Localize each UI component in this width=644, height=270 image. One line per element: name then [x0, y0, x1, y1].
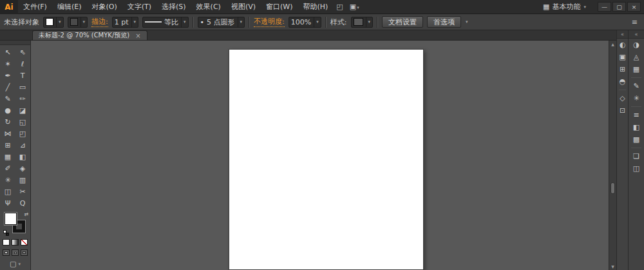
panel-color-guide-icon[interactable]: ◬	[629, 51, 644, 63]
panel-pathfinder-icon[interactable]: ◓	[617, 75, 628, 88]
preferences-button[interactable]: 首选项	[427, 16, 461, 28]
dock-collapse-button[interactable]: «	[629, 30, 644, 39]
panel-transparency-icon[interactable]: ▩	[629, 133, 644, 146]
scroll-down-icon[interactable]: ▼	[611, 264, 614, 269]
panel-gradient-icon[interactable]: ◧	[629, 121, 644, 133]
tools-panel: ↖ ⇖ ✶ ℓ ✒ T ╱ ▭ ✎ ✏ ● ◪ ↻ ◱ ⋈ ◰ ⊞	[0, 41, 31, 270]
none-button[interactable]	[21, 239, 28, 246]
free-transform-tool[interactable]: ◰	[15, 128, 30, 139]
scrollbar-thumb[interactable]	[611, 182, 615, 194]
close-button[interactable]: ×	[627, 2, 641, 12]
eyedropper-tool[interactable]: ✐	[1, 162, 15, 174]
bridge-icon[interactable]: ◰	[333, 3, 346, 11]
stroke-panel-link[interactable]: 描边:	[91, 17, 108, 27]
artboard-tool[interactable]: ◫	[1, 186, 15, 197]
line-segment-tool[interactable]: ╱	[1, 81, 15, 93]
menu-item-window[interactable]: 窗口(W)	[261, 0, 298, 14]
menu-item-file[interactable]: 文件(F)	[18, 0, 52, 14]
panel-graphic-styles-icon[interactable]: ▣	[617, 51, 628, 63]
fill-color-dropdown[interactable]: ▾	[43, 17, 64, 28]
draw-normal-button[interactable]	[3, 249, 10, 256]
paintbrush-tool[interactable]: ✎	[1, 93, 15, 104]
opacity-dropdown[interactable]: 100% ▾	[289, 17, 321, 28]
more-options-icon[interactable]: ▾	[466, 19, 468, 24]
column-graph-tool[interactable]: ▥	[15, 174, 30, 186]
perspective-grid-tool[interactable]: ⊿	[15, 139, 30, 151]
opacity-panel-link[interactable]: 不透明度:	[254, 17, 285, 27]
brush-definition-dropdown[interactable]: • 5 点圆形 ▾	[198, 17, 245, 28]
panel-align-icon[interactable]: ⊞	[617, 63, 628, 75]
restore-button[interactable]: ▢	[612, 2, 626, 12]
menu-item-edit[interactable]: 编辑(E)	[52, 0, 87, 14]
minimize-button[interactable]: —	[598, 2, 611, 12]
blob-brush-tool[interactable]: ●	[1, 104, 15, 116]
artboard[interactable]	[229, 49, 424, 270]
screen-mode-button[interactable]: ▢ ▾	[10, 260, 21, 268]
panel-brushes-icon[interactable]: ✎	[629, 80, 644, 92]
chevron-down-icon: ▾	[314, 17, 319, 27]
panel-appearance-icon[interactable]: ◐	[617, 39, 628, 51]
draw-behind-button[interactable]	[12, 249, 19, 256]
panel-symbols-icon[interactable]: ✳	[629, 92, 644, 104]
document-setup-button[interactable]: 文档设置	[382, 16, 423, 28]
hand-tool[interactable]: Ψ	[1, 197, 15, 209]
rotate-tool[interactable]: ↻	[1, 116, 15, 128]
eraser-tool[interactable]: ◪	[15, 104, 30, 116]
workspace-switcher[interactable]: ▦ 基本功能 ▾	[543, 2, 586, 12]
mesh-tool[interactable]: ▦	[1, 151, 15, 162]
color-button[interactable]	[3, 239, 10, 246]
pen-tool[interactable]: ✒	[1, 70, 15, 81]
menu-item-effect[interactable]: 效果(C)	[191, 0, 226, 14]
panel-stroke-icon[interactable]: ≡	[629, 109, 644, 121]
draw-inside-button[interactable]	[21, 249, 28, 256]
stroke-weight-dropdown[interactable]: 1 pt ▾	[112, 17, 138, 28]
width-tool[interactable]: ⋈	[1, 128, 15, 139]
panel-swatches-icon[interactable]: ▦	[629, 63, 644, 75]
workspace-icon: ▦	[543, 3, 549, 11]
gradient-tool[interactable]: ◧	[15, 151, 30, 162]
panel-artboards-icon[interactable]: ◫	[629, 162, 644, 175]
canvas-pasteboard[interactable]	[31, 41, 609, 270]
panel-navigator-icon[interactable]: ⊡	[617, 104, 628, 117]
symbol-sprayer-tool[interactable]: ✳	[1, 174, 15, 186]
scroll-up-icon[interactable]: ▲	[611, 42, 614, 46]
lasso-tool[interactable]: ℓ	[15, 58, 30, 70]
style-dropdown[interactable]: ▾	[351, 17, 374, 28]
default-colors-icon[interactable]	[3, 230, 9, 236]
document-tab[interactable]: 未标题-2 @ 70% (CMYK/预览) ×	[32, 30, 147, 40]
toolbar-grip[interactable]	[0, 41, 30, 45]
fill-swatch[interactable]	[5, 213, 17, 225]
blend-tool[interactable]: ◈	[15, 162, 30, 174]
gradient-button[interactable]	[12, 239, 19, 246]
width-profile-value: 等比	[164, 17, 178, 27]
dock-collapse-button[interactable]: «	[617, 30, 628, 39]
menu-item-select[interactable]: 选择(S)	[156, 0, 191, 14]
selection-tool[interactable]: ↖	[1, 46, 15, 58]
menu-item-object[interactable]: 对象(O)	[86, 0, 122, 14]
pencil-tool[interactable]: ✏	[15, 93, 30, 104]
type-tool[interactable]: T	[15, 70, 30, 81]
arrange-documents-icon[interactable]: ▣▾	[346, 3, 363, 11]
menu-item-help[interactable]: 帮助(H)	[298, 0, 333, 14]
magic-wand-tool[interactable]: ✶	[1, 58, 15, 70]
panel-color-icon[interactable]: ◑	[629, 39, 644, 51]
vertical-scrollbar[interactable]: ▲ ▼	[609, 41, 616, 270]
screen-mode-icon: ▢	[10, 260, 16, 268]
menu-item-type[interactable]: 文字(T)	[122, 0, 156, 14]
slice-tool[interactable]: ✂	[15, 186, 30, 197]
width-profile-dropdown[interactable]: 等比 ▾	[142, 17, 189, 28]
opacity-value: 100%	[291, 18, 311, 26]
panel-layers-icon[interactable]: ❏	[629, 150, 644, 162]
control-panel-menu-icon[interactable]: ≡	[632, 18, 640, 26]
scale-tool[interactable]: ◱	[15, 116, 30, 128]
panel-transform-icon[interactable]: ◇	[617, 92, 628, 104]
workspace-label: 基本功能	[552, 2, 580, 12]
direct-selection-tool[interactable]: ⇖	[15, 46, 30, 58]
rectangle-tool[interactable]: ▭	[15, 81, 30, 93]
zoom-tool[interactable]: Q	[15, 197, 30, 209]
shape-builder-tool[interactable]: ⊞	[1, 139, 15, 151]
swap-colors-icon[interactable]: ⇄	[24, 211, 29, 217]
tab-close-icon[interactable]: ×	[135, 32, 140, 39]
menu-item-view[interactable]: 视图(V)	[226, 0, 261, 14]
stroke-color-dropdown[interactable]: ▾	[68, 17, 88, 28]
